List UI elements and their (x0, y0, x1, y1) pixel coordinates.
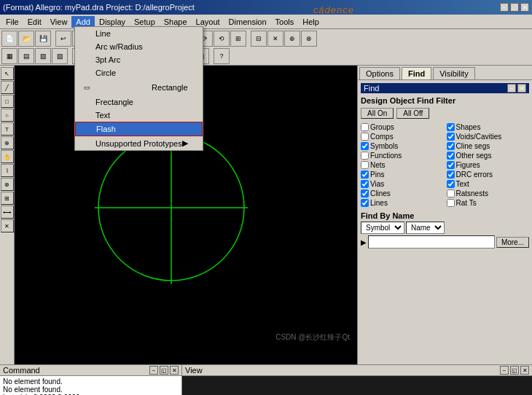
fbn-more-btn[interactable]: More... (496, 237, 529, 248)
dd-circle[interactable]: Circle (75, 66, 203, 79)
find-close[interactable]: ✕ (517, 84, 526, 93)
cb-figures: Figures (447, 161, 530, 169)
lt-delete[interactable]: ✕ (1, 219, 14, 232)
dd-unsupported[interactable]: Unsupported Prototypes ▶ (75, 136, 203, 150)
dd-arc-radius[interactable]: Arc w/Radius (75, 40, 203, 53)
fbn-symbol-select[interactable]: Symbol (361, 222, 404, 234)
lt-line[interactable]: ╱ (1, 81, 14, 94)
dd-frectangle-label: Frectangle (95, 98, 133, 106)
cb-othersegs-label: Other segs (456, 152, 492, 160)
tb-btn9[interactable]: ⊞ (230, 31, 246, 47)
view-content[interactable] (182, 376, 532, 395)
lt-rect[interactable]: □ (1, 95, 14, 108)
checkbox-grid: Groups Shapes Comps Voids/Cavities Symbo… (361, 123, 529, 207)
cb-groups: Groups (361, 123, 444, 131)
cmd-float[interactable]: ◱ (160, 366, 168, 375)
lt-circle[interactable]: ○ (1, 109, 14, 122)
cb-symbols-label: Symbols (370, 142, 398, 150)
find-minimize[interactable]: − (507, 84, 516, 93)
tb-new[interactable]: 📄 (1, 31, 17, 47)
tb-btn13[interactable]: ⊗ (301, 31, 317, 47)
tb2-btn13[interactable]: ? (214, 48, 230, 64)
all-on-btn[interactable]: All On (361, 108, 394, 119)
dd-line[interactable]: Line (75, 27, 203, 40)
tb-open[interactable]: 📂 (18, 31, 34, 47)
find-panel-controls: − ✕ (507, 84, 526, 93)
tb-save[interactable]: 💾 (35, 31, 51, 47)
tb-btn12[interactable]: ⊕ (284, 31, 300, 47)
cb-nets-input[interactable] (361, 161, 369, 169)
tb-undo[interactable]: ↩ (55, 31, 71, 47)
cb-othersegs-input[interactable] (447, 152, 455, 160)
cb-clines-input[interactable] (361, 189, 369, 198)
cb-functions: Functions (361, 152, 444, 160)
cb-lines: Lines (361, 199, 444, 207)
tb-btn10[interactable]: ⊟ (251, 31, 267, 47)
cmd-close[interactable]: ✕ (170, 366, 179, 375)
cb-drcerrors-input[interactable] (447, 171, 455, 179)
tb2-btn1[interactable]: ▦ (1, 48, 17, 64)
tb2-btn3[interactable]: ▧ (35, 48, 51, 64)
view-minimize[interactable]: − (500, 366, 509, 375)
cb-ratts-input[interactable] (447, 199, 455, 207)
dd-frectangle[interactable]: Frectangle (75, 95, 203, 109)
cb-lines-input[interactable] (361, 199, 369, 207)
dd-rectangle[interactable]: ▭ Rectangle (75, 79, 203, 95)
lt-pad[interactable]: ⊞ (1, 192, 14, 205)
minimize-btn[interactable]: − (500, 3, 509, 12)
lt-pan[interactable]: ✋ (1, 150, 14, 163)
cb-text: Text (447, 180, 530, 188)
dd-text[interactable]: Text (75, 109, 203, 122)
menu-tools[interactable]: Tools (271, 16, 299, 28)
tab-options[interactable]: Options (359, 67, 400, 79)
tb-btn8[interactable]: ⟲ (214, 31, 230, 47)
cb-symbols-input[interactable] (361, 142, 369, 150)
all-off-btn[interactable]: All Off (396, 108, 429, 119)
dd-3pt-arc[interactable]: 3pt Arc (75, 53, 203, 66)
cb-ratsnests-input[interactable] (447, 189, 455, 198)
cb-comps-input[interactable] (361, 133, 369, 141)
fbn-input[interactable] (368, 235, 495, 249)
cb-othersegs: Other segs (447, 152, 530, 160)
cb-voids-input[interactable] (447, 133, 455, 141)
cb-vias-input[interactable] (361, 180, 369, 188)
tb2-btn2[interactable]: ▤ (18, 48, 34, 64)
left-toolbar: ↖ ╱ □ ○ T ⊕ ✋ ⌇ ⊗ ⊞ ⟷ ✕ (0, 66, 15, 364)
menu-file[interactable]: File (1, 16, 23, 28)
title-bar: (Format) Allegro: myPad.dra Project: D:/… (0, 0, 532, 15)
tb-btn11[interactable]: ✕ (267, 31, 283, 47)
lt-via[interactable]: ⊗ (1, 178, 14, 191)
find-panel: Find − ✕ Design Object Find Filter All O… (358, 80, 532, 364)
lt-text[interactable]: T (1, 122, 14, 136)
cb-figures-input[interactable] (447, 161, 455, 169)
maximize-btn[interactable]: □ (510, 3, 519, 12)
tab-find[interactable]: Find (402, 67, 431, 79)
cb-comps: Comps (361, 133, 444, 141)
cb-functions-input[interactable] (361, 152, 369, 160)
cb-text-input[interactable] (447, 180, 455, 188)
menu-view[interactable]: View (46, 16, 72, 28)
menu-help[interactable]: Help (298, 16, 324, 28)
lt-measure[interactable]: ⟷ (1, 206, 14, 219)
lt-select[interactable]: ↖ (1, 67, 14, 80)
tb2-btn4[interactable]: ▨ (52, 48, 68, 64)
menu-dimension[interactable]: Dimension (224, 16, 271, 28)
fbn-name-select[interactable]: Name (406, 222, 445, 234)
cb-pins-input[interactable] (361, 171, 369, 179)
cb-groups-input[interactable] (361, 123, 369, 131)
dd-rectangle-icon: ▭ (81, 82, 93, 93)
lt-zoom[interactable]: ⊕ (1, 136, 14, 149)
lt-route[interactable]: ⌇ (1, 164, 14, 177)
dd-flash[interactable]: Flash (75, 122, 203, 136)
view-float[interactable]: ◱ (510, 366, 519, 375)
cb-shapes-input[interactable] (447, 123, 455, 131)
tab-visibility[interactable]: Visibility (433, 67, 475, 79)
view-controls: − ◱ ✕ (500, 366, 529, 375)
view-close[interactable]: ✕ (520, 366, 529, 375)
cmd-minimize[interactable]: − (149, 366, 158, 375)
cb-clinesegs-input[interactable] (447, 142, 455, 150)
fbn-title: Find By Name (361, 211, 529, 220)
close-btn[interactable]: ✕ (520, 3, 529, 12)
cb-ratts: Rat Ts (447, 199, 530, 207)
menu-edit[interactable]: Edit (23, 16, 46, 28)
